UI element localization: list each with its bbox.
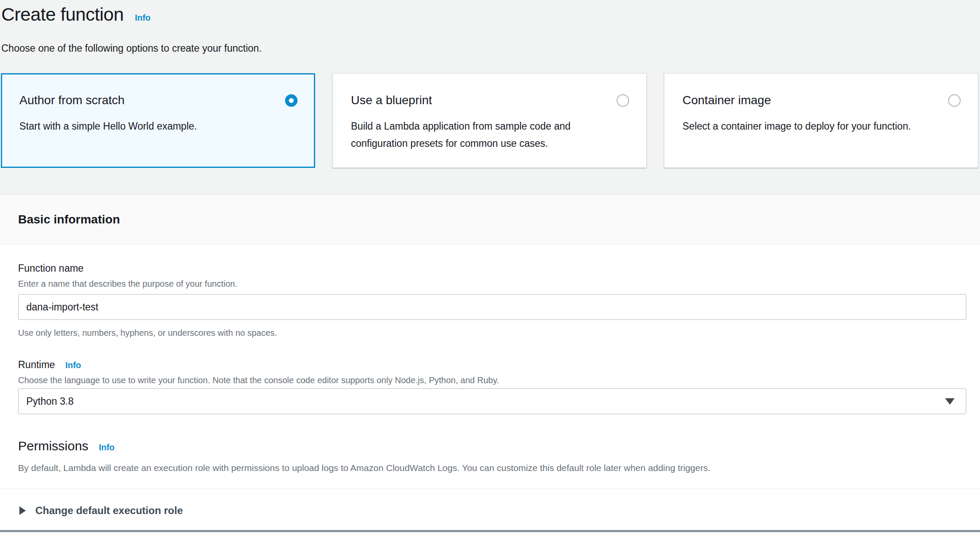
- radio-unselected-icon[interactable]: [617, 94, 629, 107]
- option-card-head: Author from scratch: [19, 91, 298, 110]
- caret-right-icon: [19, 506, 26, 515]
- function-name-label: Function name: [18, 261, 84, 275]
- expander-label: Change default execution role: [35, 503, 183, 518]
- radio-unselected-icon[interactable]: [948, 94, 961, 107]
- basic-information-panel: Basic information Function name Enter a …: [0, 195, 980, 533]
- runtime-select[interactable]: Python 3.8: [18, 388, 966, 414]
- page-header: Create function Info: [1, 2, 151, 27]
- permissions-info-link[interactable]: Info: [99, 443, 115, 452]
- permissions-heading: Permissions: [18, 437, 88, 455]
- option-title: Container image: [682, 91, 771, 110]
- function-name-help: Enter a name that describes the purpose …: [18, 278, 237, 290]
- basic-information-header: Basic information: [0, 195, 980, 245]
- option-description: Select a container image to deploy for y…: [682, 118, 924, 135]
- chevron-down-icon: [945, 398, 955, 405]
- option-card-head: Use a blueprint: [351, 91, 629, 110]
- option-card-container-image[interactable]: Container image Select a container image…: [664, 73, 978, 168]
- option-card-author-from-scratch[interactable]: Author from scratch Start with a simple …: [1, 73, 315, 168]
- bottom-bar: [0, 530, 980, 532]
- section-divider: [0, 489, 980, 489]
- option-card-head: Container image: [682, 91, 961, 110]
- runtime-help: Choose the language to use to write your…: [18, 374, 499, 386]
- page-title-info-link[interactable]: Info: [135, 13, 151, 23]
- function-name-constraint: Use only letters, numbers, hyphens, or u…: [18, 327, 277, 339]
- runtime-info-link[interactable]: Info: [65, 360, 81, 370]
- change-default-execution-role-expander[interactable]: Change default execution role: [19, 503, 183, 518]
- runtime-label: Runtime: [18, 358, 55, 372]
- creation-options-group: Author from scratch Start with a simple …: [1, 73, 978, 168]
- runtime-label-row: Runtime Info: [18, 358, 81, 372]
- page-title: Create function: [1, 2, 124, 27]
- option-description: Build a Lambda application from sample c…: [351, 118, 618, 152]
- option-title: Author from scratch: [19, 91, 124, 110]
- radio-selected-icon[interactable]: [285, 94, 298, 107]
- permissions-heading-row: Permissions Info: [18, 437, 115, 455]
- page-subtitle: Choose one of the following options to c…: [1, 41, 262, 56]
- function-name-input[interactable]: [18, 294, 966, 320]
- permissions-description: By default, Lambda will create an execut…: [18, 462, 710, 474]
- option-description: Start with a simple Hello World example.: [19, 118, 286, 135]
- runtime-selected-value: Python 3.8: [26, 396, 74, 407]
- option-card-use-a-blueprint[interactable]: Use a blueprint Build a Lambda applicati…: [332, 73, 647, 168]
- option-title: Use a blueprint: [351, 91, 432, 110]
- basic-information-heading: Basic information: [18, 213, 120, 226]
